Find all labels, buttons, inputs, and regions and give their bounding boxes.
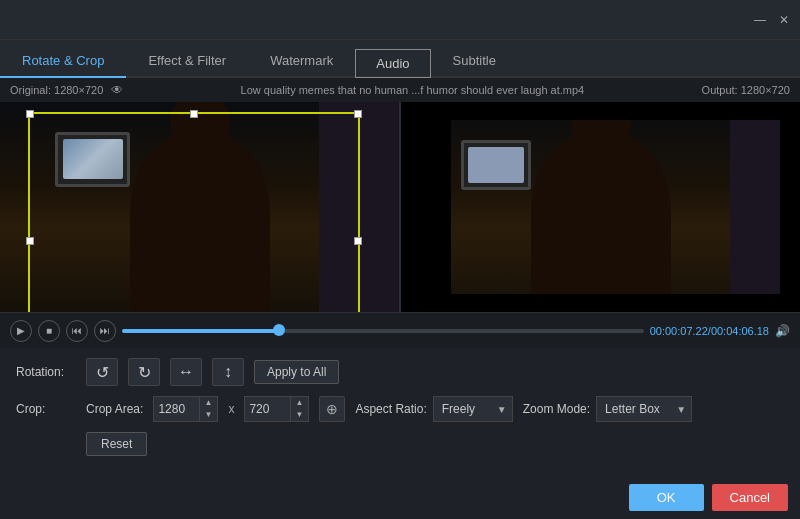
crosshair-button[interactable]: ⊕ [319, 396, 345, 422]
video-area [0, 102, 800, 312]
apply-to-all-button[interactable]: Apply to All [254, 360, 339, 384]
reset-button[interactable]: Reset [86, 432, 147, 456]
video-panel-left [0, 102, 401, 312]
eye-icon[interactable]: 👁 [111, 83, 123, 97]
crop-area-label: Crop Area: [86, 402, 143, 416]
flip-horizontal-button[interactable]: ↔ [170, 358, 202, 386]
crop-frame[interactable] [28, 112, 360, 312]
progress-thumb[interactable] [273, 324, 285, 336]
rotation-label: Rotation: [16, 365, 76, 379]
rotate-ccw-button[interactable]: ↺ [86, 358, 118, 386]
info-left: Original: 1280×720 👁 [10, 83, 123, 97]
tab-subtitle[interactable]: Subtitle [431, 45, 518, 78]
height-input[interactable] [245, 400, 290, 418]
zoom-section: Zoom Mode: Letter Box Crop Pan & Scan Fu… [523, 396, 692, 422]
prev-button[interactable]: ⏮ [66, 320, 88, 342]
play-button[interactable]: ▶ [10, 320, 32, 342]
control-bar: ▶ ■ ⏮ ⏭ 00:00:07.22/00:04:06.18 🔊 [0, 312, 800, 348]
rotate-cw-icon: ↻ [138, 363, 151, 382]
output-size: Output: 1280×720 [702, 84, 790, 96]
cancel-button[interactable]: Cancel [712, 484, 788, 511]
flip-v-icon: ↕ [224, 363, 232, 381]
time-total: 00:04:06.18 [711, 325, 769, 337]
crop-handle-tm[interactable] [190, 110, 198, 118]
aspect-select[interactable]: Freely 16:9 4:3 1:1 9:16 [433, 396, 513, 422]
reset-row: Reset [16, 432, 784, 456]
height-input-wrap: ▲ ▼ [244, 396, 309, 422]
crop-label: Crop: [16, 402, 76, 416]
tab-watermark[interactable]: Watermark [248, 45, 355, 78]
tab-audio[interactable]: Audio [355, 49, 430, 78]
width-input[interactable] [154, 400, 199, 418]
crop-handle-mr[interactable] [354, 237, 362, 245]
progress-fill [122, 329, 279, 333]
aspect-label: Aspect Ratio: [355, 402, 426, 416]
close-button[interactable]: ✕ [776, 12, 792, 28]
stop-button[interactable]: ■ [38, 320, 60, 342]
ok-button[interactable]: OK [629, 484, 704, 511]
zoom-label: Zoom Mode: [523, 402, 590, 416]
minimize-button[interactable]: — [752, 12, 768, 28]
tab-rotate-crop[interactable]: Rotate & Crop [0, 45, 126, 78]
filename: Low quality memes that no human ...f hum… [241, 84, 585, 96]
width-spin: ▲ ▼ [199, 397, 216, 421]
progress-bar[interactable] [122, 329, 644, 333]
zoom-select[interactable]: Letter Box Crop Pan & Scan Full [596, 396, 692, 422]
volume-icon[interactable]: 🔊 [775, 324, 790, 338]
crop-handle-tr[interactable] [354, 110, 362, 118]
time-display: 00:00:07.22/00:04:06.18 [650, 325, 769, 337]
height-down-button[interactable]: ▼ [291, 409, 307, 421]
width-up-button[interactable]: ▲ [200, 397, 216, 409]
crop-row: Crop: Crop Area: ▲ ▼ x ▲ ▼ ⊕ Aspect Rati… [16, 396, 784, 422]
rotate-cw-button[interactable]: ↻ [128, 358, 160, 386]
video-panel-right [401, 102, 800, 312]
time-current: 00:00:07.22 [650, 325, 708, 337]
aspect-section: Aspect Ratio: Freely 16:9 4:3 1:1 9:16 ▼ [355, 396, 512, 422]
zoom-select-wrap: Letter Box Crop Pan & Scan Full ▼ [596, 396, 692, 422]
tab-bar: Rotate & Crop Effect & Filter Watermark … [0, 40, 800, 78]
tab-effect-filter[interactable]: Effect & Filter [126, 45, 248, 78]
flip-vertical-button[interactable]: ↕ [212, 358, 244, 386]
window-controls: — ✕ [752, 12, 792, 28]
height-up-button[interactable]: ▲ [291, 397, 307, 409]
next-button[interactable]: ⏭ [94, 320, 116, 342]
footer: OK Cancel [617, 476, 800, 519]
crosshair-icon: ⊕ [326, 401, 338, 417]
flip-h-icon: ↔ [178, 363, 194, 381]
rotate-ccw-icon: ↺ [96, 363, 109, 382]
height-spin: ▲ ▼ [290, 397, 307, 421]
x-separator: x [228, 402, 234, 416]
title-bar: — ✕ [0, 0, 800, 40]
width-input-wrap: ▲ ▼ [153, 396, 218, 422]
info-bar: Original: 1280×720 👁 Low quality memes t… [0, 78, 800, 102]
width-down-button[interactable]: ▼ [200, 409, 216, 421]
crop-handle-ml[interactable] [26, 237, 34, 245]
rotation-row: Rotation: ↺ ↻ ↔ ↕ Apply to All [16, 358, 784, 386]
settings-area: Rotation: ↺ ↻ ↔ ↕ Apply to All Crop: Cro… [0, 348, 800, 476]
crop-handle-tl[interactable] [26, 110, 34, 118]
original-size: Original: 1280×720 [10, 84, 103, 96]
right-video-mock [401, 102, 800, 312]
aspect-select-wrap: Freely 16:9 4:3 1:1 9:16 ▼ [433, 396, 513, 422]
